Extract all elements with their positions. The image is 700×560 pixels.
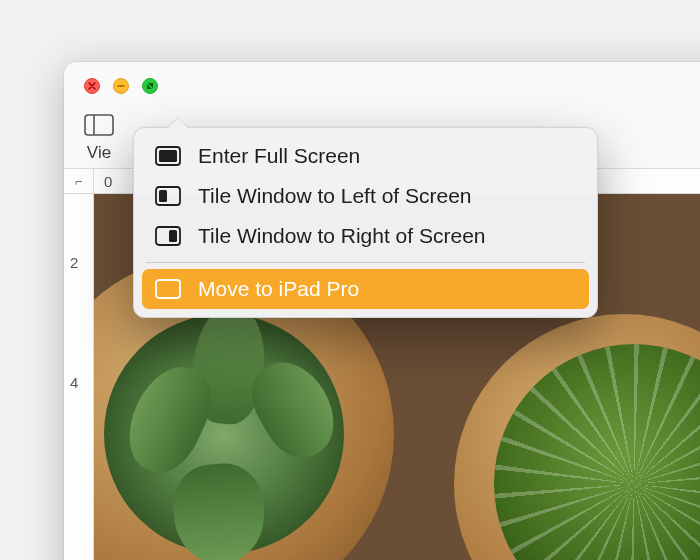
ruler-v-tick: 4 [70, 374, 78, 391]
svg-rect-9 [159, 190, 167, 202]
menu-item-tile-right[interactable]: Tile Window to Right of Screen [142, 216, 589, 256]
ruler-corner: ⌐ [64, 168, 94, 194]
svg-rect-0 [85, 115, 113, 135]
ruler-v-tick: 2 [70, 254, 78, 271]
menu-item-tile-left[interactable]: Tile Window to Left of Screen [142, 176, 589, 216]
fullscreen-icon [154, 146, 182, 166]
menu-item-label: Enter Full Screen [198, 144, 360, 168]
view-tool[interactable]: Vie [82, 111, 116, 163]
tile-left-icon [154, 186, 182, 206]
menu-item-move-to-ipad[interactable]: Move to iPad Pro [142, 269, 589, 309]
minimize-button[interactable] [113, 78, 129, 94]
green-button-menu: Enter Full Screen Tile Window to Left of… [133, 127, 598, 318]
menu-item-label: Tile Window to Left of Screen [198, 184, 472, 208]
close-button[interactable] [84, 78, 100, 94]
svg-rect-11 [169, 230, 177, 242]
view-label: Vie [87, 143, 111, 163]
menu-item-label: Move to iPad Pro [198, 277, 359, 301]
view-icon [82, 111, 116, 139]
ipad-icon [154, 279, 182, 299]
menu-item-label: Tile Window to Right of Screen [198, 224, 486, 248]
tile-right-icon [154, 226, 182, 246]
ruler-h-tick: 0 [104, 173, 112, 190]
menu-item-fullscreen[interactable]: Enter Full Screen [142, 136, 589, 176]
succulent-plant [104, 314, 344, 554]
titlebar [64, 62, 700, 110]
menu-separator [146, 262, 585, 263]
zoom-button[interactable] [142, 78, 158, 94]
ruler-vertical: 2 4 [64, 194, 94, 560]
svg-rect-7 [159, 150, 177, 162]
svg-rect-12 [156, 280, 180, 298]
